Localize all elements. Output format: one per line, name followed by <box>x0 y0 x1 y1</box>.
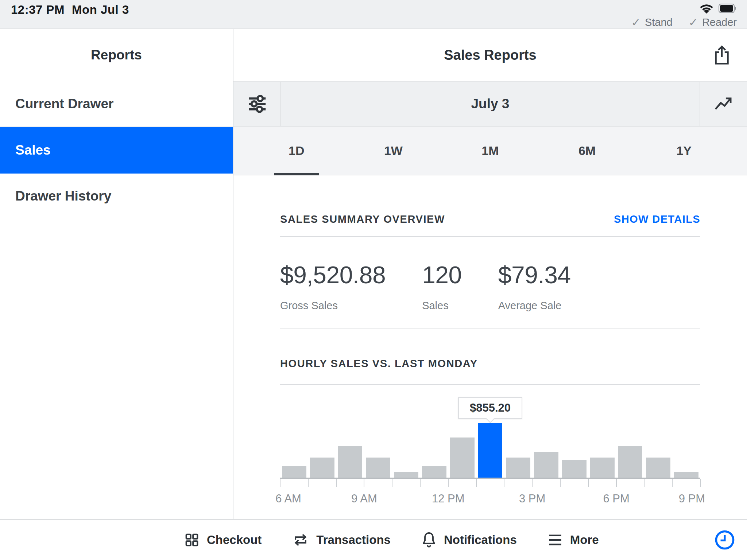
status-date: Mon Jul 3 <box>72 3 129 16</box>
wifi-icon <box>700 3 713 14</box>
axis-tick <box>476 479 477 487</box>
battery-full-icon <box>719 4 737 13</box>
tab-1d[interactable]: 1D <box>248 127 345 175</box>
checkmark-icon: ✓ <box>631 16 640 29</box>
summary-section-head: SALES SUMMARY OVERVIEW SHOW DETAILS <box>280 175 700 225</box>
x-label-3pm: 3 PM <box>519 492 545 505</box>
summary-metrics: $9,520.88 Gross Sales 120 Sales $79.34 A… <box>280 237 700 312</box>
tab-1y[interactable]: 1Y <box>635 127 732 175</box>
bar[interactable] <box>590 458 615 478</box>
axis-tick <box>392 479 392 487</box>
bar[interactable] <box>450 438 475 478</box>
metric-average-sale: $79.34 Average Sale <box>498 261 571 312</box>
bar[interactable] <box>394 472 418 478</box>
status-time: 12:37 PMMon Jul 3 <box>11 3 129 17</box>
bar[interactable] <box>338 446 363 478</box>
bar[interactable] <box>562 460 587 478</box>
sales-report-content: Sales Reports July 3 <box>233 29 747 519</box>
grid-icon <box>184 532 200 548</box>
average-sale-value: $79.34 <box>498 261 571 289</box>
sidebar-title: Reports <box>0 29 233 81</box>
divider <box>280 328 700 328</box>
axis-tick <box>336 479 337 487</box>
content-header: Sales Reports <box>233 29 747 81</box>
tab-6m[interactable]: 6M <box>539 127 636 175</box>
main-body: Reports Current Drawer Sales Drawer Hist… <box>0 28 747 519</box>
metric-sales-count: 120 Sales <box>422 261 462 312</box>
x-label-12pm: 12 PM <box>432 492 465 505</box>
axis-tick <box>504 479 504 487</box>
reader-status: ✓ Reader <box>689 16 737 29</box>
stand-status: ✓ Stand <box>631 16 673 29</box>
metric-gross-sales: $9,520.88 Gross Sales <box>280 261 386 312</box>
axis-tick <box>308 479 309 487</box>
x-label-6am: 6 AM <box>275 492 301 505</box>
axis-tick <box>644 479 645 487</box>
nav-notifications[interactable]: Notifications <box>421 532 517 548</box>
report-panel: SALES SUMMARY OVERVIEW SHOW DETAILS $9,5… <box>233 175 747 519</box>
status-bar: 12:37 PMMon Jul 3 ✓ Stand ✓ Reader <box>0 0 747 28</box>
sidebar-item-drawer-history[interactable]: Drawer History <box>0 174 233 219</box>
reports-sidebar: Reports Current Drawer Sales Drawer Hist… <box>0 29 233 519</box>
reader-label: Reader <box>702 16 737 28</box>
hourly-sales-chart: $855.20 6 AM 9 AM 12 PM 3 PM 6 PM 9 PM <box>280 385 700 509</box>
bar[interactable] <box>422 466 446 478</box>
bar[interactable] <box>506 458 530 478</box>
axis-tick <box>588 479 589 487</box>
bell-icon <box>421 532 437 548</box>
x-label-9am: 9 AM <box>351 492 377 505</box>
hamburger-icon <box>547 534 563 546</box>
average-sale-label: Average Sale <box>498 300 571 312</box>
nav-more-label: More <box>570 533 599 547</box>
sales-count-label: Sales <box>422 300 462 312</box>
status-indicators <box>700 3 737 14</box>
range-tabs: 1D 1W 1M 6M 1Y <box>233 127 747 175</box>
axis-tick <box>364 479 364 487</box>
bar-tooltip: $855.20 <box>458 397 522 419</box>
nav-notifications-label: Notifications <box>444 533 517 547</box>
axis-tick <box>532 479 533 487</box>
bar[interactable] <box>534 452 558 478</box>
activity-history-button[interactable] <box>713 529 736 551</box>
nav-checkout-label: Checkout <box>207 533 262 547</box>
axis-tick <box>420 479 421 487</box>
bar[interactable] <box>310 458 334 478</box>
filter-button[interactable] <box>233 82 281 126</box>
bar[interactable] <box>282 466 306 478</box>
axis-tick <box>616 479 617 487</box>
x-label-6pm: 6 PM <box>603 492 629 505</box>
sidebar-item-sales[interactable]: Sales <box>0 127 233 174</box>
app-screen: 12:37 PMMon Jul 3 ✓ Stand ✓ Reader Repor… <box>0 0 747 560</box>
stand-label: Stand <box>645 16 673 28</box>
show-details-link[interactable]: SHOW DETAILS <box>614 213 700 225</box>
tooltip-value: $855.20 <box>470 401 511 415</box>
nav-transactions[interactable]: Transactions <box>292 533 391 547</box>
share-button[interactable] <box>711 44 733 66</box>
gross-sales-label: Gross Sales <box>280 300 386 312</box>
tab-1m[interactable]: 1M <box>442 127 539 175</box>
tab-1w[interactable]: 1W <box>345 127 442 175</box>
bar[interactable] <box>618 446 643 478</box>
axis-tick <box>280 479 280 487</box>
hourly-chart-section-head: HOURLY SALES VS. LAST MONDAY <box>280 358 700 370</box>
clock-history-icon <box>714 529 735 551</box>
connected-devices: ✓ Stand ✓ Reader <box>631 16 737 29</box>
bar[interactable] <box>366 458 390 478</box>
summary-heading: SALES SUMMARY OVERVIEW <box>280 213 445 225</box>
x-label-9pm: 9 PM <box>679 492 705 505</box>
axis-tick <box>672 479 673 487</box>
share-icon <box>712 45 731 65</box>
nav-checkout[interactable]: Checkout <box>184 532 262 548</box>
trend-line-icon <box>713 93 734 114</box>
filter-sliders-icon <box>246 93 268 115</box>
trend-button[interactable] <box>700 82 747 126</box>
bar-highlighted[interactable] <box>478 423 503 478</box>
bar[interactable] <box>674 472 698 478</box>
nav-more[interactable]: More <box>547 533 599 547</box>
bottom-nav: Checkout Transactions Notifications More <box>0 519 747 560</box>
nav-transactions-label: Transactions <box>316 533 391 547</box>
selected-date[interactable]: July 3 <box>281 82 700 126</box>
sidebar-item-current-drawer[interactable]: Current Drawer <box>0 81 233 127</box>
bar[interactable] <box>646 458 670 478</box>
axis-tick <box>560 479 561 487</box>
